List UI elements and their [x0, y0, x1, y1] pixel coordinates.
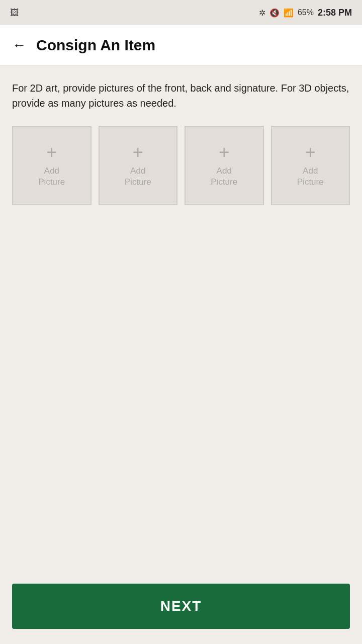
wifi-icon: 📶 — [284, 8, 294, 18]
add-picture-button-4[interactable]: + AddPicture — [271, 126, 350, 205]
plus-icon-3: + — [219, 143, 229, 162]
add-picture-button-1[interactable]: + AddPicture — [12, 126, 92, 205]
picture-grid: + AddPicture + AddPicture + AddPicture +… — [12, 126, 350, 205]
add-picture-button-3[interactable]: + AddPicture — [185, 126, 264, 205]
status-time: 2:58 PM — [318, 8, 352, 18]
footer: NEXT — [0, 576, 362, 644]
add-picture-label-3: AddPicture — [211, 166, 237, 188]
nav-bar: ← Consign An Item — [0, 25, 362, 65]
page-title: Consign An Item — [36, 37, 155, 54]
add-picture-button-2[interactable]: + AddPicture — [99, 126, 178, 205]
plus-icon-2: + — [133, 143, 143, 162]
mute-icon: 🔇 — [269, 8, 280, 18]
instruction-text: For 2D art, provide pictures of the fron… — [12, 80, 350, 111]
main-content: For 2D art, provide pictures of the fron… — [0, 65, 362, 395]
battery-level: 65% — [298, 8, 314, 17]
plus-icon-1: + — [46, 143, 57, 162]
image-icon: 🖼 — [10, 8, 19, 18]
status-bar-right: ✲ 🔇 📶 65% 2:58 PM — [259, 8, 352, 18]
add-picture-label-1: AddPicture — [38, 166, 65, 188]
add-picture-label-2: AddPicture — [125, 166, 151, 188]
bluetooth-icon: ✲ — [259, 8, 265, 18]
back-button[interactable]: ← — [12, 38, 26, 52]
next-button[interactable]: NEXT — [12, 584, 350, 629]
add-picture-label-4: AddPicture — [297, 166, 324, 188]
status-bar-left: 🖼 — [10, 8, 19, 18]
plus-icon-4: + — [305, 143, 316, 162]
status-bar: 🖼 ✲ 🔇 📶 65% 2:58 PM — [0, 0, 362, 25]
